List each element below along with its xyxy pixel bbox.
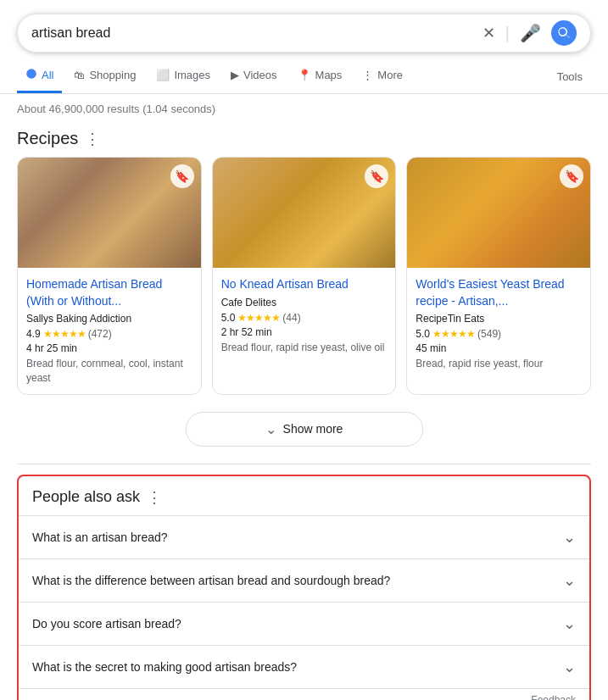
chevron-down-icon-2: ⌄	[563, 571, 576, 590]
recipe-rating-3: 5.0 ★★★★★ (549)	[416, 328, 582, 340]
recipe-title-1: Homemade Artisan Bread (With or Without.…	[26, 276, 192, 309]
paa-question-3[interactable]: Do you score artisan bread? ⌄	[19, 602, 589, 645]
rating-value-2: 5.0	[221, 312, 236, 324]
recipe-card-3[interactable]: 🔖 World's Easiest Yeast Bread recipe - A…	[406, 157, 591, 395]
recipe-ingredients-2: Bread flour, rapid rise yeast, olive oil	[221, 341, 388, 355]
mic-icon[interactable]: 🎤	[520, 23, 541, 43]
stars-1: ★★★★★	[43, 328, 86, 340]
search-input[interactable]: artisan bread	[31, 25, 482, 41]
chevron-down-icon-1: ⌄	[563, 528, 576, 547]
paa-question-text-2: What is the difference between artisan b…	[32, 574, 390, 587]
rating-count-2: (44)	[282, 312, 300, 324]
recipe-time-1: 4 hr 25 min	[26, 342, 192, 354]
recipe-card-body-2: No Knead Artisan Bread Cafe Delites 5.0 …	[213, 268, 396, 363]
recipe-card-body-3: World's Easiest Yeast Bread recipe - Art…	[407, 268, 590, 380]
bookmark-button-1[interactable]: 🔖	[170, 164, 194, 188]
paa-title: People also ask	[32, 488, 140, 506]
tab-images-label: Images	[174, 69, 210, 81]
tab-images[interactable]: ⬜ Images	[148, 60, 219, 92]
paa-question-2[interactable]: What is the difference between artisan b…	[19, 558, 589, 602]
paa-section: People also ask ⋮ What is an artisan bre…	[17, 475, 591, 700]
rating-count-1: (472)	[88, 328, 112, 340]
paa-question-text-1: What is an artisan bread?	[32, 531, 168, 544]
recipes-section-header: Recipes ⋮	[0, 122, 608, 157]
recipe-time-3: 45 min	[416, 342, 582, 354]
chevron-down-icon-4: ⌄	[563, 658, 576, 676]
divider-icon: |	[505, 24, 510, 43]
paa-question-text-4: What is the secret to making good artisa…	[32, 660, 297, 674]
recipe-title-2: No Knead Artisan Bread	[221, 276, 388, 293]
clear-icon[interactable]: ✕	[482, 24, 495, 42]
paa-question-1[interactable]: What is an artisan bread? ⌄	[19, 515, 589, 558]
tab-all[interactable]: All	[17, 59, 62, 93]
paa-question-4[interactable]: What is the secret to making good artisa…	[19, 645, 589, 688]
paa-menu-icon[interactable]: ⋮	[147, 488, 162, 507]
paa-feedback[interactable]: Feedback	[19, 688, 589, 700]
search-bar: artisan bread ✕ | 🎤	[17, 14, 591, 53]
tab-more[interactable]: ⋮ More	[354, 60, 411, 92]
recipe-card-2[interactable]: 🔖 No Knead Artisan Bread Cafe Delites 5.…	[212, 157, 397, 395]
all-icon	[25, 68, 37, 82]
recipe-rating-1: 4.9 ★★★★★ (472)	[26, 328, 192, 340]
recipe-card-1[interactable]: 🔖 Homemade Artisan Bread (With or Withou…	[17, 157, 202, 395]
rating-value-3: 5.0	[416, 328, 430, 340]
chevron-down-icon: ⌄	[265, 421, 276, 437]
recipe-title-3: World's Easiest Yeast Bread recipe - Art…	[416, 276, 582, 309]
videos-icon: ▶	[231, 69, 239, 81]
tab-all-label: All	[42, 69, 53, 81]
rating-value-1: 4.9	[26, 328, 41, 340]
recipes-title: Recipes	[17, 129, 78, 148]
paa-header: People also ask ⋮	[19, 476, 589, 515]
images-icon: ⬜	[156, 69, 170, 81]
recipe-source-3: RecipeTin Eats	[416, 313, 582, 325]
show-more-label: Show more	[283, 422, 343, 436]
tab-maps[interactable]: 📍 Maps	[289, 60, 351, 92]
maps-icon: 📍	[298, 69, 311, 81]
recipe-card-body-1: Homemade Artisan Bread (With or Without.…	[18, 268, 201, 394]
recipe-rating-2: 5.0 ★★★★★ (44)	[221, 312, 388, 324]
results-info: About 46,900,000 results (1.04 seconds)	[0, 94, 608, 122]
recipe-image-3: 🔖	[407, 158, 590, 268]
recipes-menu-icon[interactable]: ⋮	[85, 130, 100, 148]
feedback-label: Feedback	[531, 694, 576, 700]
show-more-button[interactable]: ⌄ Show more	[186, 412, 423, 447]
tab-shopping[interactable]: 🛍 Shopping	[65, 60, 144, 92]
search-bar-container: artisan bread ✕ | 🎤	[0, 0, 608, 53]
more-icon: ⋮	[362, 69, 373, 81]
tools-button[interactable]: Tools	[549, 62, 591, 92]
shopping-icon: 🛍	[74, 69, 85, 81]
tab-more-label: More	[377, 69, 403, 81]
stars-2: ★★★★★	[237, 312, 280, 324]
search-icons: ✕ | 🎤	[482, 20, 577, 46]
recipe-source-1: Sallys Baking Addiction	[26, 313, 192, 325]
bookmark-button-3[interactable]: 🔖	[560, 164, 583, 188]
bookmark-button-2[interactable]: 🔖	[365, 164, 388, 188]
paa-question-text-3: Do you score artisan bread?	[32, 617, 181, 631]
show-more-container: ⌄ Show more	[0, 395, 608, 464]
recipe-source-2: Cafe Delites	[221, 297, 388, 308]
tab-shopping-label: Shopping	[89, 69, 136, 81]
recipe-image-1: 🔖	[18, 158, 201, 268]
nav-tabs: All 🛍 Shopping ⬜ Images ▶ Videos 📍 Maps …	[0, 53, 608, 94]
recipe-image-2: 🔖	[213, 158, 396, 268]
recipe-time-2: 2 hr 52 min	[221, 326, 388, 338]
recipe-ingredients-1: Bread flour, cornmeal, cool, instant yea…	[26, 357, 192, 386]
tab-videos-label: Videos	[243, 69, 277, 81]
recipe-ingredients-3: Bread, rapid rise yeast, flour	[416, 357, 582, 371]
recipe-cards: 🔖 Homemade Artisan Bread (With or Withou…	[0, 157, 608, 395]
svg-point-0	[26, 69, 36, 79]
tab-maps-label: Maps	[315, 69, 343, 81]
search-button[interactable]	[551, 20, 577, 46]
section-divider	[17, 464, 591, 464]
stars-3: ★★★★★	[432, 328, 475, 340]
rating-count-3: (549)	[477, 328, 501, 340]
chevron-down-icon-3: ⌄	[563, 614, 576, 633]
tab-videos[interactable]: ▶ Videos	[222, 60, 286, 92]
